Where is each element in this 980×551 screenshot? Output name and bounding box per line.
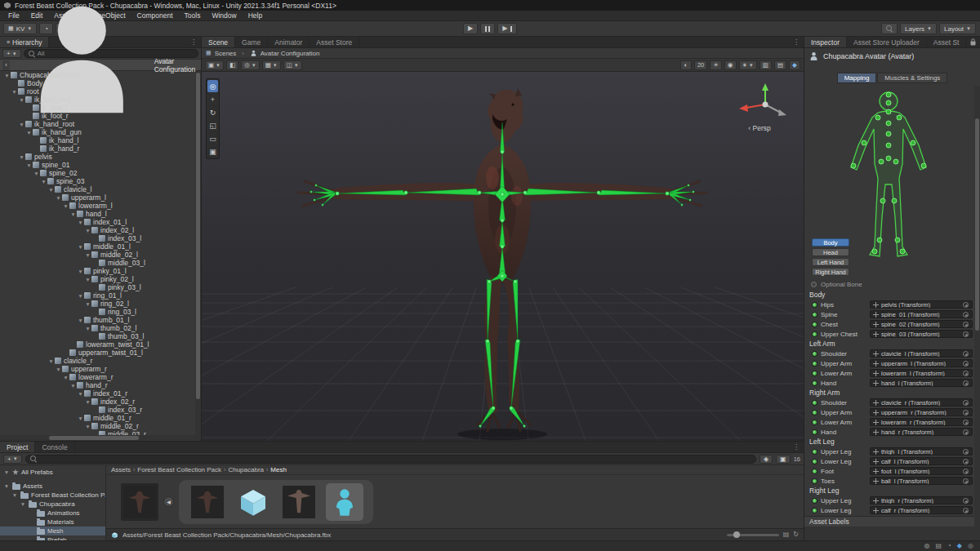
bone-object-field[interactable]: clavicle_l (Transform) xyxy=(870,349,973,358)
search-by-label-button[interactable]: ▣ xyxy=(776,455,791,464)
expand-arrow-icon[interactable]: ▼ xyxy=(77,220,84,225)
bone-object-field[interactable]: clavicle_r (Transform) xyxy=(870,398,973,407)
avatar-mapping-diagram[interactable]: BodyHeadLeft HandRight Hand xyxy=(804,85,980,279)
play-button[interactable]: ▶ xyxy=(463,23,478,34)
scene-tab-asset-store[interactable]: Asset Store xyxy=(310,37,359,47)
layout-dropdown[interactable]: Layout▼ xyxy=(939,23,976,34)
hierarchy-item-pinky-02-l[interactable]: ▼ pinky_02_l xyxy=(0,275,201,283)
hierarchy-item-pinky-01-l[interactable]: ▼ pinky_01_l xyxy=(0,267,201,275)
lock-icon[interactable] xyxy=(970,38,976,46)
hierarchy-item-index-02-l[interactable]: ▼ index_02_l xyxy=(0,226,201,234)
projection-label[interactable]: Persp xyxy=(752,124,770,132)
hierarchy-item-index-01-l[interactable]: ▼ index_01_l xyxy=(0,218,201,226)
asset-labels-bar[interactable]: Asset Labels xyxy=(804,516,980,527)
pause-button[interactable] xyxy=(480,23,495,34)
object-picker-icon[interactable] xyxy=(963,361,969,367)
bone-object-field[interactable]: hand_l (Transform) xyxy=(870,379,973,387)
inspector-tab-inspector[interactable]: Inspector xyxy=(804,37,847,47)
folder-mesh[interactable]: Mesh xyxy=(0,527,105,535)
inspector-tab-asset-store-uploader[interactable]: Asset Store Uploader xyxy=(847,37,927,47)
bone-object-field[interactable]: upperarm_r (Transform) xyxy=(870,408,973,416)
inspector-tab-asset-st[interactable]: Asset St xyxy=(927,37,967,47)
hierarchy-item-ring-03-l[interactable]: ring_03_l xyxy=(0,308,201,316)
bone-object-field[interactable]: thigh_r (Transform) xyxy=(870,496,973,504)
bone-object-field[interactable]: lowerarm_r (Transform) xyxy=(870,418,973,426)
object-picker-icon[interactable] xyxy=(963,331,969,337)
expand-arrow-icon[interactable]: ▼ xyxy=(84,252,91,258)
folder-materials[interactable]: Materials xyxy=(0,518,105,527)
hierarchy-item-lowerarm-r[interactable]: ▼ lowerarm_r xyxy=(0,373,201,381)
expand-arrow-icon[interactable]: ▼ xyxy=(84,228,91,233)
hierarchy-item-upperarm-twist-01-l[interactable]: upperarm_twist_01_l xyxy=(0,349,201,357)
bone-object-field[interactable]: upperarm_l (Transform) xyxy=(870,359,973,367)
folder-forest-beast-collection-pa[interactable]: ▼ Forest Beast Collection Pa xyxy=(0,491,105,500)
object-picker-icon[interactable] xyxy=(963,400,969,406)
expand-arrow-icon[interactable]: ▼ xyxy=(77,391,84,397)
hierarchy-horizontal-scrollbar[interactable] xyxy=(0,435,196,441)
hierarchy-item-ik-foot-l[interactable]: ik_foot_l xyxy=(0,104,201,112)
avatar-part-left-hand-button[interactable]: Left Hand xyxy=(812,258,849,266)
expand-arrow-icon[interactable]: ▼ xyxy=(77,244,84,250)
hierarchy-item-spine-01[interactable]: ▼ spine_01 xyxy=(0,161,201,169)
expand-arrow-icon[interactable]: ▼ xyxy=(77,415,84,421)
camera-speed-badge[interactable]: 20 xyxy=(694,60,707,70)
hierarchy-item-thumb-02-l[interactable]: ▼ thumb_02_l xyxy=(0,324,201,332)
scene-visibility-button[interactable]: ▥ xyxy=(760,60,772,70)
menu-tools[interactable]: Tools xyxy=(179,11,207,20)
step-button[interactable]: ▶ xyxy=(497,23,517,34)
collapse-subassets-button[interactable]: ◀ xyxy=(163,496,174,507)
bone-object-field[interactable]: calf_r (Transform) xyxy=(870,506,973,514)
create-asset-button[interactable]: +▼ xyxy=(3,455,22,464)
expand-arrow-icon[interactable]: ▼ xyxy=(3,73,11,78)
mode-tab-mapping[interactable]: Mapping xyxy=(837,73,877,83)
hierarchy-item-ik-foot-r[interactable]: ik_foot_r xyxy=(0,112,201,120)
scene-viewport[interactable]: ◎ + ↻ ◱ ▭ ▣ ‹ Persp xyxy=(202,72,804,441)
project-search-input[interactable] xyxy=(25,455,756,464)
scene-camera-button[interactable]: ▤ xyxy=(774,60,786,70)
bone-object-field[interactable]: foot_l (Transform) xyxy=(870,467,973,475)
bone-object-field[interactable]: spine_02 (Transform) xyxy=(870,320,973,328)
folder-chupacabra[interactable]: ▼ Chupacabra xyxy=(0,500,105,509)
chupacabra-pose-thumbnail[interactable] xyxy=(280,483,318,521)
collab-status-icon[interactable]: ◆ xyxy=(957,543,962,549)
effects-dropdown[interactable]: ∗▼ xyxy=(739,60,757,70)
console-status-icon[interactable]: ▤ xyxy=(935,543,942,549)
bone-object-field[interactable]: hand_r (Transform) xyxy=(870,428,973,436)
hierarchy-item-index-03-r[interactable]: index_03_r xyxy=(0,406,201,414)
hierarchy-item-ring-02-l[interactable]: ▼ ring_02_l xyxy=(0,300,201,308)
lighting-toggle-button[interactable]: ☀ xyxy=(710,60,722,70)
breadcrumb-assets[interactable]: Assets xyxy=(111,466,131,473)
rect-tool-button[interactable]: ▭ xyxy=(207,132,218,144)
bone-object-field[interactable]: ball_l (Transform) xyxy=(870,477,973,485)
avatar-part-head-button[interactable]: Head xyxy=(812,248,849,256)
folder-assets[interactable]: ▼ Assets xyxy=(0,482,105,491)
hierarchy-item-middle-03-l[interactable]: middle_03_l xyxy=(0,259,201,267)
hierarchy-item-middle-01-r[interactable]: ▼ middle_01_r xyxy=(0,414,201,422)
camera-settings-button[interactable]: ◐ xyxy=(680,60,692,70)
hierarchy-item-ik-foot-root[interactable]: ▼ ik_foot_root xyxy=(0,96,201,104)
object-picker-icon[interactable] xyxy=(963,459,969,464)
hierarchy-item-hand-r[interactable]: ▼ hand_r xyxy=(0,381,201,389)
hierarchy-item-spine-03[interactable]: ▼ spine_03 xyxy=(0,177,201,185)
notifications-icon[interactable]: ◎ xyxy=(968,543,973,549)
audio-toggle-button[interactable]: ◉ xyxy=(724,60,737,70)
expand-arrow-icon[interactable]: ▼ xyxy=(84,424,91,429)
snap-increment-dropdown[interactable]: ◫▼ xyxy=(283,60,302,70)
chupacabra-mesh-thumbnail[interactable] xyxy=(189,483,226,521)
cloud-status-icon[interactable]: ◔ xyxy=(947,543,951,549)
expand-arrow-icon[interactable]: ▼ xyxy=(84,326,91,331)
project-tab-project[interactable]: Project xyxy=(0,442,35,452)
expand-arrow-icon[interactable]: ▼ xyxy=(77,269,84,274)
refresh-icon[interactable]: ↻ xyxy=(793,531,799,538)
object-picker-icon[interactable] xyxy=(963,351,969,357)
breadcrumb-mesh[interactable]: Mesh xyxy=(270,466,287,473)
expand-arrow-icon[interactable]: ▼ xyxy=(69,383,77,389)
menu-help[interactable]: Help xyxy=(243,11,268,20)
object-picker-icon[interactable] xyxy=(963,410,969,415)
move-tool-button[interactable]: + xyxy=(207,93,218,105)
expand-arrow-icon[interactable]: ▼ xyxy=(25,162,33,168)
expand-arrow-icon[interactable]: ▼ xyxy=(84,301,91,307)
scene-tab-scene[interactable]: Scene xyxy=(202,37,235,47)
object-picker-icon[interactable] xyxy=(963,478,969,484)
search-by-type-button[interactable]: ◈ xyxy=(760,455,773,464)
